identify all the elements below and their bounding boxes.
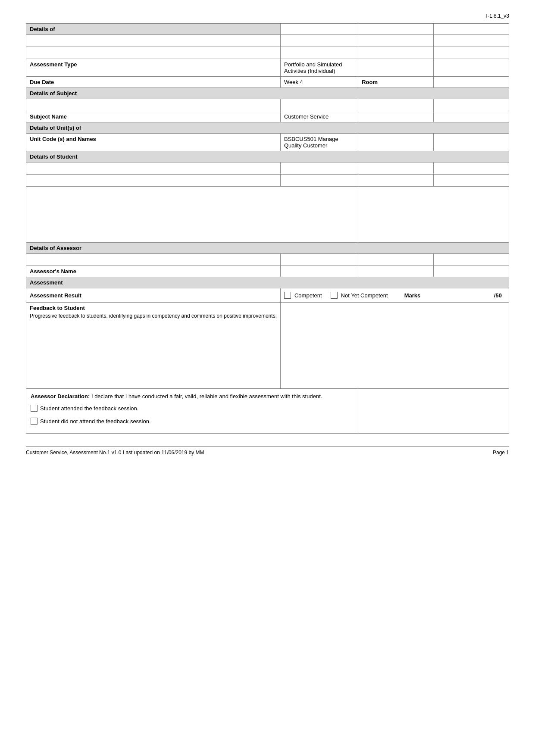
feedback-content[interactable] (280, 303, 509, 389)
not-attended-feedback-label: Student did not attend the feedback sess… (40, 418, 151, 425)
header-col2 (280, 24, 358, 35)
empty-row-6 (26, 254, 509, 266)
assessor-declaration-right (358, 389, 509, 434)
er4-c1 (26, 162, 281, 175)
er3-c2 (280, 99, 358, 111)
competent-label: Competent (294, 292, 322, 299)
footer-right: Page 1 (493, 450, 509, 456)
student-details-area (26, 187, 358, 243)
subject-name-label: Subject Name (26, 111, 281, 122)
details-of-header-row: Details of (26, 24, 509, 35)
details-of-header: Details of (26, 24, 281, 35)
assessor-declaration-text: I declare that I have conducted a fair, … (91, 393, 322, 400)
main-assessment-table: Details of Assessment Type Portfolio and… (26, 23, 509, 434)
due-date-label: Due Date (26, 77, 281, 88)
er1-c1 (26, 35, 281, 47)
marks-label: Marks (404, 292, 421, 299)
assessment-section-row: Assessment (26, 277, 509, 288)
header-col3 (358, 24, 434, 35)
er4-c4 (434, 162, 509, 175)
student-details-area-row (26, 187, 509, 243)
assessment-section-header: Assessment (26, 277, 509, 288)
competent-checkbox[interactable] (284, 292, 291, 299)
footer: Customer Service, Assessment No.1 v1.0 L… (26, 447, 509, 456)
assessors-name-value (280, 266, 358, 277)
assessor-declaration-cell: Assessor Declaration: I declare that I h… (26, 389, 358, 434)
er6-c4 (434, 254, 509, 266)
due-date-row: Due Date Week 4 Room (26, 77, 509, 88)
footer-left: Customer Service, Assessment No.1 v1.0 L… (26, 450, 204, 456)
assessor-declaration-row: Assessor Declaration: I declare that I h… (26, 389, 509, 434)
er6-c2 (280, 254, 358, 266)
assessors-name-row: Assessor's Name (26, 266, 509, 277)
er4-c3 (358, 162, 434, 175)
version-label: T-1.8.1_v3 (26, 13, 509, 19)
student-details-right (358, 187, 509, 243)
empty-row-4 (26, 162, 509, 175)
empty-row-5 (26, 175, 509, 187)
er3-c4 (434, 99, 509, 111)
not-yet-competent-checkbox[interactable] (331, 292, 338, 299)
feedback-desc: Progressive feedback to students, identi… (30, 313, 277, 319)
assessment-type-label: Assessment Type (26, 59, 281, 77)
er1-c2 (280, 35, 358, 47)
assessment-result-label: Assessment Result (26, 288, 281, 303)
details-of-units-row: Details of Unit(s) of (26, 122, 509, 134)
assessment-type-value: Portfolio and Simulated Activities (Indi… (280, 59, 358, 77)
unit-code-row: Unit Code (s) and Names BSBCUS501 Manage… (26, 134, 509, 151)
assessors-name-c3 (358, 266, 434, 277)
attended-feedback-label: Student attended the feedback session. (40, 405, 138, 412)
er1-c3 (358, 35, 434, 47)
feedback-header-cell: Feedback to Student Progressive feedback… (26, 303, 281, 389)
room-value (434, 77, 509, 88)
er2-c4 (434, 47, 509, 59)
assessment-result-content: Competent Not Yet Competent Marks /50 (280, 288, 509, 303)
empty-row-3 (26, 99, 509, 111)
er2-c2 (280, 47, 358, 59)
attended-checkbox[interactable] (31, 405, 38, 412)
er3-c1 (26, 99, 281, 111)
due-date-value: Week 4 (280, 77, 358, 88)
er3-c3 (358, 99, 434, 111)
assessment-result-row: Assessment Result Competent Not Yet Comp… (26, 288, 509, 303)
er5-c3 (358, 175, 434, 187)
subject-name-value: Customer Service (280, 111, 358, 122)
feedback-row: Feedback to Student Progressive feedback… (26, 303, 509, 389)
assessor-declaration-label: Assessor Declaration: (31, 393, 90, 400)
details-of-student-header: Details of Student (26, 151, 509, 162)
unit-code-label: Unit Code (s) and Names (26, 134, 281, 151)
details-of-units-header: Details of Unit(s) of (26, 122, 509, 134)
assessment-type-c4 (434, 59, 509, 77)
header-col4 (434, 24, 509, 35)
details-of-subject-header: Details of Subject (26, 88, 509, 99)
unit-code-value: BSBCUS501 Manage Quality Customer (280, 134, 358, 151)
er2-c1 (26, 47, 281, 59)
er5-c1 (26, 175, 281, 187)
unit-code-c4 (434, 134, 509, 151)
er6-c3 (358, 254, 434, 266)
not-attended-checkbox[interactable] (31, 418, 38, 425)
empty-row-2 (26, 47, 509, 59)
details-of-subject-row: Details of Subject (26, 88, 509, 99)
details-of-assessor-row: Details of Assessor (26, 243, 509, 254)
er4-c2 (280, 162, 358, 175)
er5-c2 (280, 175, 358, 187)
not-yet-competent-label: Not Yet Competent (341, 292, 388, 299)
room-label: Room (358, 77, 434, 88)
unit-code-c3 (358, 134, 434, 151)
details-of-student-row: Details of Student (26, 151, 509, 162)
empty-row-1 (26, 35, 509, 47)
subject-name-c4 (434, 111, 509, 122)
er6-c1 (26, 254, 281, 266)
assessors-name-c4 (434, 266, 509, 277)
assessment-type-row: Assessment Type Portfolio and Simulated … (26, 59, 509, 77)
assessors-name-label: Assessor's Name (26, 266, 281, 277)
subject-name-c3 (358, 111, 434, 122)
assessment-type-c3 (358, 59, 434, 77)
er1-c4 (434, 35, 509, 47)
subject-name-row: Subject Name Customer Service (26, 111, 509, 122)
er5-c4 (434, 175, 509, 187)
er2-c3 (358, 47, 434, 59)
details-of-assessor-header: Details of Assessor (26, 243, 509, 254)
out-of-label: /50 (494, 292, 505, 299)
